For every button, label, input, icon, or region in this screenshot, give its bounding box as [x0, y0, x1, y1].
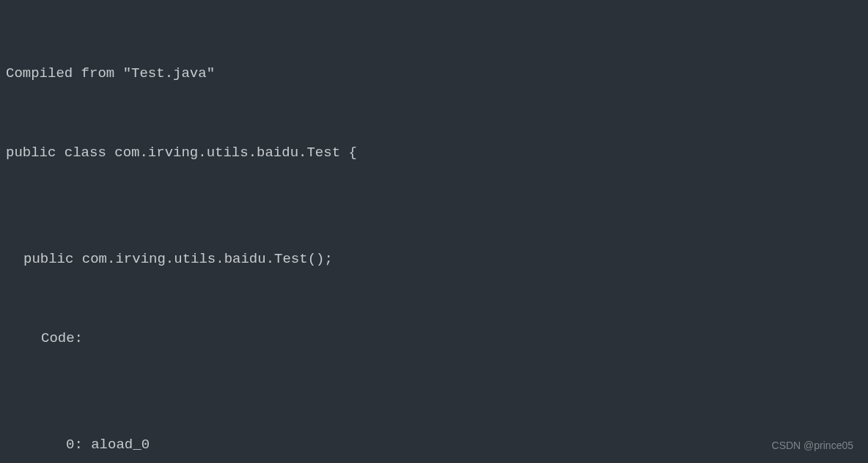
instruction-text: 0: aload_0: [66, 431, 411, 458]
compiled-from-line: Compiled from "Test.java": [6, 60, 862, 87]
code-label: Code:: [6, 325, 862, 351]
bytecode-listing: Compiled from "Test.java" public class c…: [6, 7, 862, 463]
instruction-row: 0: aload_0: [6, 431, 862, 458]
constructor-signature: public com.irving.utils.baidu.Test();: [6, 246, 862, 272]
watermark-text: CSDN @prince05: [772, 436, 853, 456]
class-declaration: public class com.irving.utils.baidu.Test…: [6, 139, 862, 166]
